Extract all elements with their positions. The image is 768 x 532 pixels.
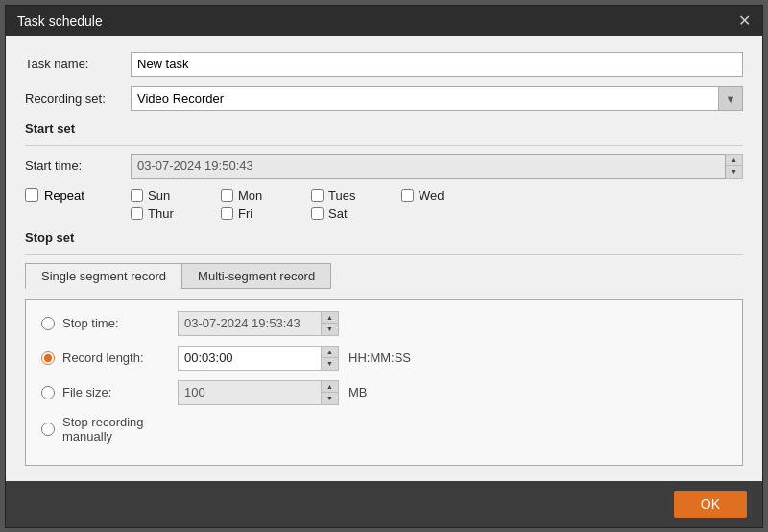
days-row-1: Sun Mon Tues Wed <box>131 188 468 203</box>
record-length-unit: HH:MM:SS <box>348 351 411 365</box>
stop-manually-label: Stop recording manually <box>62 415 178 444</box>
close-button[interactable]: ✕ <box>738 13 751 29</box>
tab-multi-segment[interactable]: Multi-segment record <box>181 263 331 289</box>
file-size-wrapper: ▲ ▼ <box>178 380 339 405</box>
day-label-fri: Fri <box>238 206 252 221</box>
record-length-label: Record length: <box>62 351 178 365</box>
recording-set-label: Recording set: <box>25 91 131 106</box>
start-time-arrows[interactable]: ▲ ▼ <box>726 154 743 179</box>
stop-manually-row: Stop recording manually <box>41 415 727 444</box>
day-item-fri: Fri <box>221 206 288 221</box>
stop-set-title: Stop set <box>25 230 743 245</box>
file-size-input[interactable] <box>178 380 322 405</box>
file-size-row: File size: ▲ ▼ MB <box>41 380 727 405</box>
start-time-up-arrow[interactable]: ▲ <box>726 155 742 167</box>
file-size-label: File size: <box>62 385 178 399</box>
day-item-mon: Mon <box>221 188 288 203</box>
days-grid: Sun Mon Tues Wed <box>131 188 468 221</box>
file-size-unit: MB <box>348 385 368 399</box>
day-checkbox-fri[interactable] <box>221 207 233 220</box>
record-length-wrapper: ▲ ▼ <box>178 346 339 371</box>
record-length-down-arrow[interactable]: ▼ <box>322 358 338 370</box>
dialog-footer: OK <box>6 481 762 527</box>
day-checkbox-mon[interactable] <box>221 189 233 202</box>
start-time-down-arrow[interactable]: ▼ <box>726 166 742 178</box>
start-time-row: Start time: ▲ ▼ <box>25 154 743 179</box>
task-name-label: Task name: <box>25 57 131 71</box>
stop-time-input[interactable] <box>178 311 322 336</box>
start-time-label: Start time: <box>25 158 131 173</box>
day-item-tues: Tues <box>311 188 378 203</box>
day-label-wed: Wed <box>419 188 444 203</box>
recording-set-dropdown-arrow[interactable]: ▼ <box>718 86 743 111</box>
day-checkbox-wed[interactable] <box>401 189 414 202</box>
days-row-2: Thur Fri Sat <box>131 206 468 221</box>
record-length-radio[interactable] <box>41 351 55 365</box>
stop-manually-radio[interactable] <box>41 423 55 436</box>
stop-time-wrapper: ▲ ▼ <box>178 311 339 336</box>
day-item-sun: Sun <box>131 188 198 203</box>
day-checkbox-sun[interactable] <box>131 189 143 202</box>
dialog-body: Task name: Recording set: ▼ Start set St… <box>6 36 762 481</box>
start-set-divider <box>25 145 743 146</box>
stop-time-down-arrow[interactable]: ▼ <box>322 324 338 335</box>
repeat-checkbox[interactable] <box>25 188 38 202</box>
day-label-tues: Tues <box>328 188 355 203</box>
recording-set-wrapper: ▼ <box>131 86 743 111</box>
ok-button[interactable]: OK <box>674 491 747 518</box>
tab-single-segment[interactable]: Single segment record <box>25 263 181 289</box>
record-length-arrows[interactable]: ▲ ▼ <box>322 346 339 371</box>
day-checkbox-sat[interactable] <box>311 207 324 220</box>
start-time-wrapper: ▲ ▼ <box>131 154 743 179</box>
recording-set-input[interactable] <box>131 86 743 111</box>
stop-set-section: Stop set Single segment record Multi-seg… <box>25 230 743 466</box>
repeat-label: Repeat <box>44 188 84 203</box>
record-length-up-arrow[interactable]: ▲ <box>322 347 338 359</box>
day-label-mon: Mon <box>238 188 262 203</box>
stop-time-radio[interactable] <box>41 317 55 330</box>
recording-set-row: Recording set: ▼ <box>25 86 743 111</box>
repeat-row: Repeat Sun Mon Tues <box>25 188 743 221</box>
file-size-arrows[interactable]: ▲ ▼ <box>322 380 339 405</box>
dialog-title: Task schedule <box>17 13 103 29</box>
stop-set-tabs: Single segment record Multi-segment reco… <box>25 263 743 289</box>
day-item-wed: Wed <box>401 188 468 203</box>
day-label-sat: Sat <box>328 206 348 221</box>
day-checkbox-tues[interactable] <box>311 189 324 202</box>
stop-time-up-arrow[interactable]: ▲ <box>322 312 338 325</box>
file-size-radio[interactable] <box>41 386 55 399</box>
stop-panel: Stop time: ▲ ▼ Record length: <box>25 299 743 466</box>
file-size-down-arrow[interactable]: ▼ <box>322 393 338 404</box>
day-item-thur: Thur <box>131 206 198 221</box>
day-label-thur: Thur <box>148 206 174 221</box>
task-name-row: Task name: <box>25 52 743 77</box>
stop-time-arrows[interactable]: ▲ ▼ <box>322 311 339 336</box>
stop-time-label: Stop time: <box>62 316 178 330</box>
start-set-title: Start set <box>25 121 743 135</box>
stop-time-row: Stop time: ▲ ▼ <box>41 311 727 336</box>
stop-set-divider <box>25 254 743 255</box>
task-schedule-dialog: Task schedule ✕ Task name: Recording set… <box>5 5 763 528</box>
record-length-row: Record length: ▲ ▼ HH:MM:SS <box>41 346 727 371</box>
day-label-sun: Sun <box>148 188 170 203</box>
day-checkbox-thur[interactable] <box>131 207 143 220</box>
title-bar: Task schedule ✕ <box>6 6 762 36</box>
record-length-input[interactable] <box>178 346 322 371</box>
day-item-sat: Sat <box>311 206 378 221</box>
file-size-up-arrow[interactable]: ▲ <box>322 381 338 394</box>
repeat-label-area: Repeat <box>25 188 131 203</box>
start-time-input[interactable] <box>131 154 726 179</box>
task-name-input[interactable] <box>131 52 743 77</box>
